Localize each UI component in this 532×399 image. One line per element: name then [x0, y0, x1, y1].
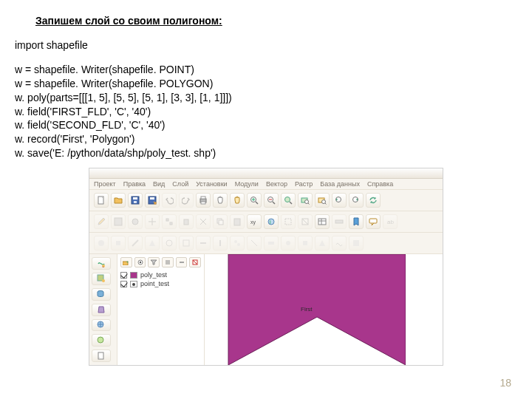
add-csv-icon[interactable]: , [92, 349, 111, 362]
toolbar-row-1 [89, 190, 443, 211]
edit-pencil-icon[interactable] [94, 214, 109, 229]
layer-checkbox[interactable] [120, 272, 127, 279]
menu-plugins[interactable]: Модули [235, 180, 259, 188]
menu-help[interactable]: Справка [367, 180, 393, 188]
extra-3-icon[interactable] [128, 236, 143, 250]
extra-2-icon[interactable] [111, 236, 126, 250]
measure-icon[interactable] [332, 214, 347, 229]
extra-4-icon[interactable] [145, 236, 160, 250]
zoom-next-icon[interactable] [349, 193, 364, 208]
zoom-last-icon[interactable] [332, 193, 347, 208]
svg-rect-53 [268, 242, 274, 245]
print-icon[interactable] [196, 193, 211, 208]
svg-rect-32 [219, 220, 223, 225]
svg-point-16 [285, 197, 290, 202]
select-icon[interactable] [281, 214, 296, 229]
tips-icon[interactable] [366, 214, 381, 229]
svg-rect-26 [115, 218, 122, 225]
menu-settings[interactable]: Установки [196, 180, 227, 188]
extra-14-icon[interactable] [315, 236, 330, 250]
svg-rect-50 [183, 240, 189, 246]
svg-rect-40 [318, 219, 326, 225]
redo-icon[interactable] [179, 193, 194, 208]
add-postgis-icon[interactable] [92, 288, 111, 301]
manage-visibility-icon[interactable] [134, 257, 146, 267]
layer-item-poly[interactable]: poly_test [120, 270, 201, 279]
menu-db[interactable]: База данных [320, 180, 360, 188]
remove-layer-icon[interactable] [189, 257, 201, 267]
pan-selection-icon[interactable] [230, 193, 245, 208]
undo-icon[interactable] [162, 193, 177, 208]
code-line: w. field('SECOND_FLD', 'C', '40') [15, 118, 517, 132]
extra-10-icon[interactable] [247, 236, 262, 250]
menu-edit[interactable]: Правка [123, 180, 146, 188]
node-tool-icon[interactable] [162, 214, 177, 229]
svg-line-39 [302, 219, 308, 225]
code-line: w. field('FIRST_FLD', 'C', '40') [15, 105, 517, 119]
svg-point-70 [139, 262, 140, 263]
deselect-icon[interactable] [298, 214, 313, 229]
polygon-feature [221, 254, 406, 365]
zoom-full-icon[interactable] [281, 193, 296, 208]
open-folder-icon[interactable] [111, 193, 126, 208]
save-as-icon[interactable] [145, 193, 160, 208]
refresh-icon[interactable] [366, 193, 381, 208]
bookmark-icon[interactable] [349, 214, 364, 229]
collapse-all-icon[interactable] [176, 257, 188, 267]
extra-11-icon[interactable] [264, 236, 279, 250]
move-feature-icon[interactable] [145, 214, 160, 229]
layer-panel-toolbar: + [120, 257, 201, 267]
identify-icon[interactable]: i [264, 214, 279, 229]
menu-view[interactable]: Вид [153, 180, 165, 188]
svg-rect-43 [335, 220, 343, 223]
page-number: 18 [499, 377, 511, 389]
delete-feature-icon[interactable] [179, 214, 194, 229]
gis-app-window: Проект Правка Вид Слой Установки Модули … [89, 168, 443, 366]
save-edits-icon[interactable] [111, 214, 126, 229]
attributes-icon[interactable] [315, 214, 330, 229]
pan-hand-icon[interactable] [213, 193, 228, 208]
map-canvas[interactable]: First [205, 254, 443, 365]
extra-7-icon[interactable] [196, 236, 211, 250]
add-raster-icon[interactable] [92, 273, 111, 285]
extra-15-icon[interactable] [332, 236, 347, 250]
svg-text:,: , [99, 355, 100, 358]
xy-label-icon[interactable]: xy [247, 214, 262, 229]
add-feature-icon[interactable] [128, 214, 143, 229]
extra-8-icon[interactable] [213, 236, 228, 250]
expand-all-icon[interactable] [162, 257, 174, 267]
add-group-icon[interactable]: + [120, 257, 132, 267]
label-icon[interactable]: ab [383, 214, 398, 229]
menu-raster[interactable]: Растр [295, 180, 313, 188]
side-toolbar: + , [89, 254, 117, 365]
zoom-layer-icon[interactable] [298, 193, 313, 208]
filter-layers-icon[interactable] [148, 257, 160, 267]
code-line: w. save('E: /python/data/shp/poly_test. … [15, 146, 517, 160]
paste-icon[interactable] [230, 214, 245, 229]
menu-project[interactable]: Проект [94, 180, 116, 188]
add-spatialite-icon[interactable] [92, 304, 111, 316]
menu-vector[interactable]: Вектор [266, 180, 287, 188]
copy-icon[interactable] [213, 214, 228, 229]
layer-item-point[interactable]: point_test [120, 279, 201, 288]
zoom-selection-icon[interactable] [315, 193, 330, 208]
add-vector-icon[interactable]: + [92, 257, 111, 270]
save-icon[interactable] [128, 193, 143, 208]
svg-rect-29 [170, 222, 172, 225]
menu-layer[interactable]: Слой [172, 180, 188, 188]
extra-13-icon[interactable] [298, 236, 313, 250]
add-wms-icon[interactable] [92, 319, 111, 332]
extra-5-icon[interactable] [162, 236, 177, 250]
cut-icon[interactable] [196, 214, 211, 229]
add-wfs-icon[interactable] [92, 334, 111, 347]
zoom-out-icon[interactable] [264, 193, 279, 208]
extra-16-icon[interactable] [349, 236, 364, 250]
extra-12-icon[interactable] [281, 236, 296, 250]
extra-6-icon[interactable] [179, 236, 194, 250]
zoom-in-icon[interactable] [247, 193, 262, 208]
new-doc-icon[interactable] [94, 193, 109, 208]
extra-1-icon[interactable] [94, 236, 109, 250]
extra-9-icon[interactable] [230, 236, 245, 250]
svg-marker-56 [319, 240, 325, 246]
layer-checkbox[interactable] [120, 281, 127, 287]
